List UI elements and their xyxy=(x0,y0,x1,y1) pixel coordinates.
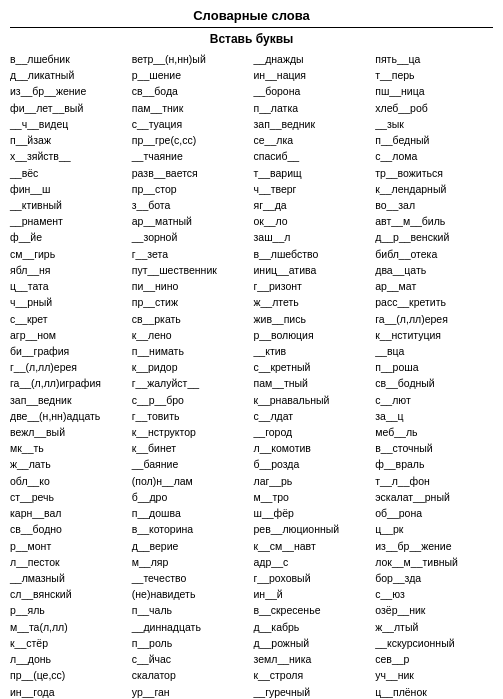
word-item: пр__стиж xyxy=(132,295,250,310)
word-item: р__монт xyxy=(10,539,128,554)
column-col4: пять__цат__перьпш__ницахлеб__роб__зыкп__… xyxy=(375,52,493,699)
word-item: с__юз xyxy=(375,587,493,602)
word-item: п__йзаж xyxy=(10,133,128,148)
word-item: __лмазный xyxy=(10,571,128,586)
word-item: б__дро xyxy=(132,490,250,505)
word-item: (не)навидеть xyxy=(132,587,250,602)
word-item: __диннадцать xyxy=(132,620,250,635)
word-item: пи__нино xyxy=(132,279,250,294)
word-item: из__бр__жение xyxy=(10,84,128,99)
word-item: __кскурсионный xyxy=(375,636,493,651)
word-item: зап__ведник xyxy=(10,393,128,408)
word-item: __борона xyxy=(254,84,372,99)
word-item: к__ридор xyxy=(132,360,250,375)
word-item: __вёс xyxy=(10,166,128,181)
word-item: __днажды xyxy=(254,52,372,67)
word-item: р__волюция xyxy=(254,328,372,343)
page-title: Словарные слова xyxy=(10,8,493,28)
word-item: ч__тверг xyxy=(254,182,372,197)
word-item: озёр__ник xyxy=(375,603,493,618)
word-item: д__рожный xyxy=(254,636,372,651)
word-item: п__бедный xyxy=(375,133,493,148)
word-item: хлеб__роб xyxy=(375,101,493,116)
word-item: св__ркать xyxy=(132,312,250,327)
page-container: Словарные слова Вставь буквы в__лшебникд… xyxy=(0,0,503,699)
word-item: м__тро xyxy=(254,490,372,505)
word-item: спасиб__ xyxy=(254,149,372,164)
word-item: __зорной xyxy=(132,230,250,245)
word-item: с__крет xyxy=(10,312,128,327)
word-item: к__бинет xyxy=(132,441,250,456)
word-item: пр__стор xyxy=(132,182,250,197)
word-item: р__яль xyxy=(10,603,128,618)
word-item: заш__л xyxy=(254,230,372,245)
word-item: обл__ко xyxy=(10,474,128,489)
word-item: в__лшебство xyxy=(254,247,372,262)
word-item: д__ликатный xyxy=(10,68,128,83)
word-item: за__ц xyxy=(375,409,493,424)
word-item: __гуречный xyxy=(254,685,372,699)
word-item: ур__ган xyxy=(132,685,250,699)
word-item: п__нимать xyxy=(132,344,250,359)
word-item: расс__кретить xyxy=(375,295,493,310)
word-item: библ__отека xyxy=(375,247,493,262)
word-item: х__зяйств__ xyxy=(10,149,128,164)
word-item: бор__зда xyxy=(375,571,493,586)
word-item: би__графия xyxy=(10,344,128,359)
word-item: п__дошва xyxy=(132,506,250,521)
word-item: с__лют xyxy=(375,393,493,408)
word-item: к__рнавальный xyxy=(254,393,372,408)
word-item: ц__плёнок xyxy=(375,685,493,699)
word-item: в__которина xyxy=(132,522,250,537)
word-item: пять__ца xyxy=(375,52,493,67)
word-item: в__лшебник xyxy=(10,52,128,67)
word-item: ж__лать xyxy=(10,457,128,472)
word-item: га__(л,лл)играфия xyxy=(10,376,128,391)
word-item: __рнамент xyxy=(10,214,128,229)
word-item: __баяние xyxy=(132,457,250,472)
word-item: из__бр__жение xyxy=(375,539,493,554)
word-item: __ктивный xyxy=(10,198,128,213)
word-item: к__строля xyxy=(254,668,372,683)
word-item: ч__рный xyxy=(10,295,128,310)
word-item: л__комотив xyxy=(254,441,372,456)
word-item: две__(н,нн)адцать xyxy=(10,409,128,424)
word-item: св__бодно xyxy=(10,522,128,537)
word-item: ябл__ня xyxy=(10,263,128,278)
word-item: г__зета xyxy=(132,247,250,262)
word-item: к__см__навт xyxy=(254,539,372,554)
word-item: __ктив xyxy=(254,344,372,359)
word-item: ф__йе xyxy=(10,230,128,245)
word-item: см__гирь xyxy=(10,247,128,262)
word-item: к__нституция xyxy=(375,328,493,343)
word-item: фин__ш xyxy=(10,182,128,197)
word-item: сл__вянский xyxy=(10,587,128,602)
word-item: к__нструктор xyxy=(132,425,250,440)
word-item: т__л__фон xyxy=(375,474,493,489)
word-item: меб__ль xyxy=(375,425,493,440)
word-item: во__зал xyxy=(375,198,493,213)
word-item: с__лдат xyxy=(254,409,372,424)
word-item: с__йчас xyxy=(132,652,250,667)
word-item: га__(л,лл)ерея xyxy=(375,312,493,327)
columns-wrapper: в__лшебникд__ликатныйиз__бр__жениефи__ле… xyxy=(10,52,493,699)
word-item: з__бота xyxy=(132,198,250,213)
word-item: ф__враль xyxy=(375,457,493,472)
word-item: т__перь xyxy=(375,68,493,83)
word-item: ин__нация xyxy=(254,68,372,83)
word-item: ж__лтый xyxy=(375,620,493,635)
word-item: зап__ведник xyxy=(254,117,372,132)
word-item: к__лено xyxy=(132,328,250,343)
word-item: разв__вается xyxy=(132,166,250,181)
word-item: фи__лет__вый xyxy=(10,101,128,116)
word-item: авт__м__биль xyxy=(375,214,493,229)
word-item: м__ляр xyxy=(132,555,250,570)
word-item: __тчаяние xyxy=(132,149,250,164)
word-item: ц__рк xyxy=(375,522,493,537)
word-item: пам__тный xyxy=(254,376,372,391)
word-item: __течество xyxy=(132,571,250,586)
word-item: в__сточный xyxy=(375,441,493,456)
word-item: об__рона xyxy=(375,506,493,521)
word-item: ст__речь xyxy=(10,490,128,505)
column-col3: __днаждыин__нация__боронап__латказап__ве… xyxy=(254,52,372,699)
